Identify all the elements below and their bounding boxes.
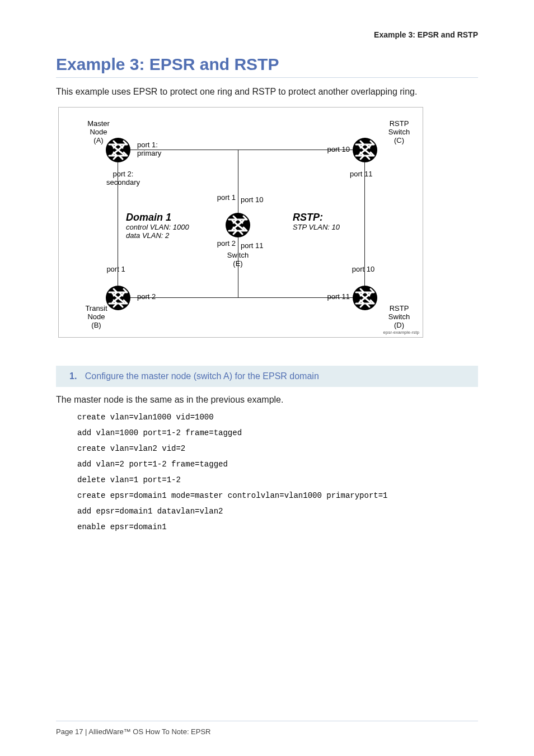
domain1-cvlan: control VLAN: 1000: [126, 223, 189, 231]
page-title: Example 3: EPSR and RSTP: [56, 55, 478, 74]
rstp-vlan: STP VLAN: 10: [293, 223, 340, 231]
label-node-e: Switch(E): [221, 251, 255, 268]
label-b-port2: port 2: [137, 293, 156, 301]
domain1-title: Domain 1: [126, 212, 171, 223]
step-description: The master node is the same as in the pr…: [56, 395, 478, 405]
footer-divider: [56, 721, 478, 721]
label-c-port10: port 10: [305, 146, 350, 154]
label-e-port10: port 10: [241, 196, 263, 204]
config-code-block: create vlan=vlan1000 vid=1000 add vlan=1…: [77, 409, 478, 535]
label-d-port10: port 10: [346, 265, 380, 274]
step-number: 1.: [69, 371, 77, 381]
label-b-port1: port 1: [99, 265, 133, 274]
switch-e-icon: [226, 213, 250, 237]
label-e-port1: port 1: [209, 194, 236, 202]
switch-d-icon: [353, 286, 377, 310]
label-e-port11: port 11: [241, 242, 263, 250]
label-e-port2: port 2: [209, 240, 236, 248]
title-divider: [56, 77, 478, 78]
label-a-port2: port 2:secondary: [98, 170, 148, 187]
switch-c-icon: [353, 138, 377, 162]
rstp-block: RSTP: STP VLAN: 10: [293, 212, 340, 232]
network-diagram: MasterNode(A) RSTPSwitch(C) Switch(E) Tr…: [58, 107, 423, 338]
step-1-heading: 1. Configure the master node (switch A) …: [56, 366, 478, 387]
page-footer: Page 17 | AlliedWare™ OS How To Note: EP…: [56, 727, 211, 736]
label-node-b: TransitNode(B): [78, 305, 115, 330]
figure-id: epsr-example-rstp: [383, 330, 419, 335]
label-c-port11: port 11: [350, 170, 372, 179]
page-header: Example 3: EPSR and RSTP: [56, 30, 478, 39]
label-node-a: MasterNode(A): [80, 120, 117, 145]
label-node-d: RSTPSwitch(D): [381, 305, 418, 330]
step-text: Configure the master node (switch A) for…: [85, 371, 319, 381]
domain1-dvlan: data VLAN: 2: [126, 231, 169, 240]
label-a-port1: port 1:primary: [137, 141, 161, 158]
label-node-c: RSTPSwitch(C): [381, 120, 418, 145]
domain1-block: Domain 1 control VLAN: 1000 data VLAN: 2: [126, 212, 189, 240]
label-d-port11: port 11: [307, 293, 350, 301]
rstp-title: RSTP:: [293, 212, 323, 223]
intro-text: This example uses EPSR to protect one ri…: [56, 87, 478, 97]
